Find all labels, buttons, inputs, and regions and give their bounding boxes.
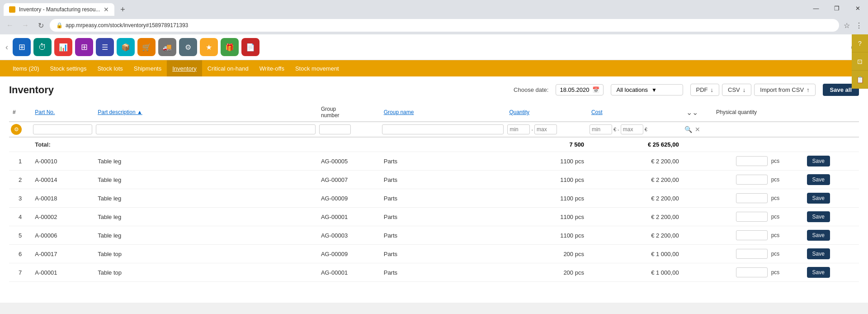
tab-close-button[interactable]: ✕ [104, 6, 109, 13]
row-cost: € 1 000,00 [588, 245, 683, 263]
row-actions [683, 226, 712, 245]
star-icon[interactable]: ★ [200, 38, 218, 56]
pdf-button[interactable]: PDF ↓ [690, 84, 720, 96]
filter-partno-input[interactable] [33, 124, 92, 134]
filter-cost-min-input[interactable] [590, 124, 612, 134]
nav-item-items[interactable]: Items (20) [7, 60, 45, 76]
group-name-sort-link[interactable]: Group name [384, 109, 414, 115]
new-tab-button[interactable]: + [116, 3, 129, 16]
address-bar[interactable]: 🔒 app.mrpeasy.com/stock/inventory#158978… [50, 19, 839, 32]
filter-cost-max-input[interactable] [621, 124, 643, 134]
clock-icon[interactable]: ⏱ [33, 38, 52, 56]
nav-item-stock-movement[interactable]: Stock movement [290, 60, 344, 76]
row-save-button[interactable]: Save [807, 193, 830, 204]
row-partno: A-00001 [31, 263, 94, 282]
nav-item-stock-settings[interactable]: Stock settings [45, 60, 92, 76]
filter-qty-min-input[interactable] [507, 124, 530, 134]
row-partno: A-00014 [31, 171, 94, 189]
filter-grpnum-input[interactable] [319, 124, 351, 134]
row-desc: Table leg [94, 226, 317, 245]
reload-button[interactable]: ↻ [34, 19, 47, 32]
list-icon[interactable]: ☰ [96, 38, 114, 56]
back-button[interactable]: ← [4, 19, 16, 32]
row-partno: A-00002 [31, 208, 94, 226]
box-icon[interactable]: 📦 [117, 38, 135, 56]
clear-filter-button[interactable]: ✕ [695, 126, 700, 133]
notes-button[interactable]: 📋 [852, 71, 868, 89]
nav-item-writeoffs[interactable]: Write-offs [254, 60, 290, 76]
col-header-cost[interactable]: Cost [588, 103, 683, 122]
phys-qty-input[interactable] [736, 193, 768, 203]
row-num: 4 [9, 208, 31, 226]
row-num: 3 [9, 189, 31, 208]
grid-icon[interactable]: ⊞ [75, 38, 93, 56]
browser-tab[interactable]: Inventory - Manufacturing resou... ✕ [4, 3, 114, 16]
filter-desc-input[interactable] [96, 124, 316, 134]
nav-item-inventory[interactable]: Inventory [167, 60, 202, 76]
filter-cost-cell: € - € [588, 122, 683, 137]
forward-button[interactable]: → [19, 19, 32, 32]
part-no-sort-link[interactable]: Part No. [35, 109, 55, 115]
search-icon-button[interactable]: 🔍 [684, 126, 692, 133]
phys-qty-input[interactable] [736, 212, 768, 222]
row-save-button[interactable]: Save [807, 248, 830, 259]
nav-item-shipments[interactable]: Shipments [128, 60, 167, 76]
col-header-qty[interactable]: Quantity [505, 103, 588, 122]
phys-qty-input[interactable] [736, 156, 768, 166]
gear-icon[interactable]: ⚙ [179, 38, 197, 56]
filter-partno-cell [31, 122, 94, 137]
doc-icon[interactable]: 📄 [241, 38, 259, 56]
cart-icon[interactable]: 🛒 [137, 38, 156, 56]
csv-button[interactable]: CSV ↓ [722, 84, 751, 96]
row-grpnum: AG-00005 [317, 152, 380, 171]
extension-icon[interactable]: ⋮ [854, 19, 864, 32]
inventory-header: Inventory Choose date: 18.05.2020 📅 All … [9, 84, 859, 96]
restore-button[interactable]: ❐ [826, 0, 847, 16]
row-save-cell: Save [803, 152, 859, 171]
upload-icon: ↑ [807, 86, 810, 93]
row-save-button[interactable]: Save [807, 211, 830, 222]
date-picker[interactable]: 18.05.2020 📅 [556, 84, 603, 95]
chevron-down-icon[interactable]: ⌄⌄ [686, 109, 698, 116]
row-save-button[interactable]: Save [807, 230, 830, 241]
row-physqty-cell: pcs [712, 245, 803, 263]
phys-qty-input[interactable] [736, 230, 768, 240]
nav-item-critical[interactable]: Critical on-hand [202, 60, 254, 76]
help-button[interactable]: ? [852, 34, 868, 52]
location-select[interactable]: All locations ▼ [611, 84, 683, 95]
truck-icon[interactable]: 🚚 [158, 38, 176, 56]
phys-qty-input[interactable] [736, 267, 768, 277]
table-row: 5 A-00006 Table leg AG-00003 Parts 1100 … [9, 226, 859, 245]
chart-icon[interactable]: 📊 [54, 38, 72, 56]
nav-item-stock-lots[interactable]: Stock lots [92, 60, 128, 76]
sidebar-collapse-button[interactable]: ‹ [4, 41, 10, 54]
row-save-cell: Save [803, 263, 859, 282]
minimize-button[interactable]: — [806, 0, 826, 16]
dashboard-icon[interactable]: ⊞ [13, 38, 31, 56]
part-desc-sort-link[interactable]: Part description ▲ [98, 109, 142, 115]
row-save-button[interactable]: Save [807, 156, 830, 167]
bookmark-icon[interactable]: ☆ [842, 19, 852, 32]
col-header-partno[interactable]: Part No. [31, 103, 94, 122]
row-save-button[interactable]: Save [807, 174, 830, 185]
screen-button[interactable]: ⊡ [852, 52, 868, 71]
quantity-sort-link[interactable]: Quantity [509, 109, 529, 115]
row-grpname: Parts [380, 226, 506, 245]
col-header-desc[interactable]: Part description ▲ [94, 103, 317, 122]
filter-qty-max-input[interactable] [534, 124, 557, 134]
phys-qty-input[interactable] [736, 175, 768, 185]
phys-qty-input[interactable] [736, 249, 768, 259]
action-buttons: PDF ↓ CSV ↓ Import from CSV ↑ [690, 84, 816, 96]
col-header-grpname[interactable]: Group name [380, 103, 506, 122]
pcs-label: pcs [771, 195, 780, 201]
gift-icon[interactable]: 🎁 [221, 38, 239, 56]
cost-sort-link[interactable]: Cost [591, 109, 603, 115]
col-header-grpnum[interactable]: Groupnumber [317, 103, 380, 122]
import-csv-button[interactable]: Import from CSV ↑ [754, 84, 815, 96]
row-save-button[interactable]: Save [807, 267, 830, 278]
close-button[interactable]: ✕ [847, 0, 868, 16]
filter-qty-cell: - [505, 122, 588, 137]
settings-icon-button[interactable]: ⚙ [11, 124, 22, 135]
filter-grpname-input[interactable] [382, 124, 504, 134]
total-physqty [712, 137, 803, 152]
